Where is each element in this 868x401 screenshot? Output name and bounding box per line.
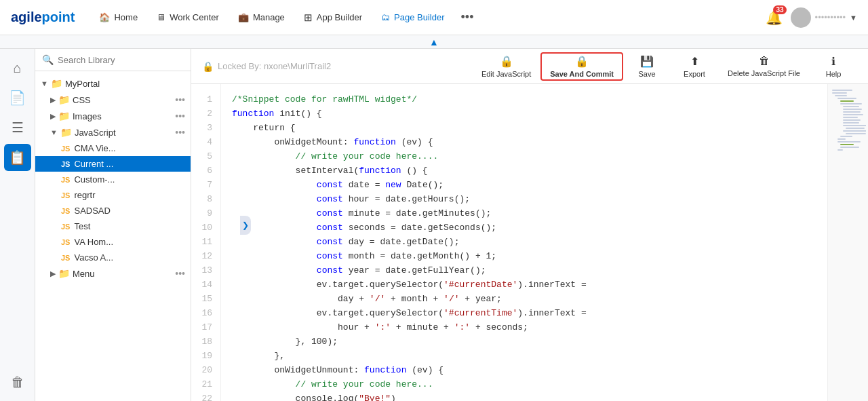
expand-images-icon: ▶ — [50, 112, 56, 121]
save-button[interactable]: 💾 Save — [623, 52, 671, 81]
line-num-14: 14 — [201, 278, 212, 292]
delete-js-label: Delete JavaScript File — [728, 69, 800, 77]
nav-appbuilder[interactable]: ⊞ App Builder — [296, 7, 370, 28]
line-num-13: 13 — [201, 263, 212, 278]
folder-myportal-icon: 📁 — [51, 78, 62, 89]
minimap — [827, 84, 868, 401]
menu-more-icon[interactable]: ••• — [175, 268, 185, 279]
javascript-more-icon[interactable]: ••• — [175, 127, 185, 138]
edit-js-icon: 🔒 — [500, 55, 513, 68]
line-num-5: 5 — [207, 149, 212, 164]
nav-workcenter[interactable]: 🖥 Work Center — [149, 8, 227, 26]
nav-items: 🏠 Home 🖥 Work Center 💼 Manage ⊞ App Buil… — [91, 6, 765, 28]
tree-item-regrtr[interactable]: JS regrtr — [35, 187, 191, 203]
svg-rect-17 — [846, 133, 866, 134]
line-num-18: 18 — [201, 335, 212, 349]
expand-javascript-icon: ▼ — [50, 128, 58, 136]
tree-item-vahom[interactable]: JS VA Hom... — [35, 234, 191, 250]
tree-item-current[interactable]: JS Current ... — [35, 156, 191, 172]
nav-home-label: Home — [114, 12, 138, 22]
save-commit-label: Save And Commit — [550, 70, 614, 78]
code-line-1: /*Snippet code for rawHTML widget*/ — [232, 92, 816, 107]
tree-item-vacsoa[interactable]: JS Vacso A... — [35, 250, 191, 265]
notification-badge: 33 — [773, 5, 786, 14]
notification-button[interactable]: 🔔 33 — [766, 9, 783, 26]
tree-item-sadsad[interactable]: JS SADSAD — [35, 203, 191, 218]
nav-manage-label: Manage — [253, 12, 285, 22]
save-and-commit-button[interactable]: 🔒 Save And Commit — [540, 52, 623, 81]
svg-rect-18 — [840, 136, 852, 137]
tree-item-css[interactable]: ▶ 📁 CSS ••• — [35, 92, 191, 108]
tree-item-custom[interactable]: JS Custom-... — [35, 172, 191, 187]
folder-images-icon: 📁 — [58, 111, 70, 121]
line-num-16: 16 — [201, 306, 212, 320]
svg-rect-23 — [837, 149, 843, 151]
tree-item-cma[interactable]: JS CMA Vie... — [35, 140, 191, 156]
file-tree-panel: 🔍 ▼ 📁 MyPortal ▶ 📁 CSS ••• — [35, 49, 191, 401]
tree-label-custom: Custom-... — [74, 174, 115, 185]
svg-rect-16 — [843, 130, 866, 132]
search-input[interactable] — [58, 55, 184, 65]
svg-rect-8 — [843, 109, 862, 110]
tree-item-test[interactable]: JS Test — [35, 218, 191, 234]
tree-item-images[interactable]: ▶ 📁 Images ••• — [35, 108, 191, 124]
tree-label-javascript: JavaScript — [75, 128, 116, 138]
sidebar-doc-icon[interactable]: 📄 — [4, 84, 31, 111]
line-num-19: 19 — [201, 349, 212, 363]
svg-rect-10 — [843, 114, 863, 115]
delete-js-icon: 🗑 — [759, 55, 770, 67]
help-button[interactable]: ℹ Help — [810, 52, 857, 81]
line-num-22: 22 — [201, 392, 212, 401]
main-layout: ⌂ 📄 ☰ 📋 🗑 ❯ 🔍 ▼ 📁 MyPortal — [0, 49, 868, 401]
code-line-12: const month = date.getMonth() + 1; — [232, 249, 816, 263]
sidebar-trash-icon[interactable]: 🗑 — [4, 368, 31, 396]
nav-more-button[interactable]: ••• — [456, 6, 479, 28]
sidebar-home-icon[interactable]: ⌂ — [4, 54, 31, 81]
folder-menu-icon: 📁 — [58, 268, 70, 279]
sidebar-list-icon[interactable]: ☰ — [4, 114, 31, 141]
code-content[interactable]: /*Snippet code for rawHTML widget*/funct… — [221, 84, 827, 401]
nav-pagebuilder-label: Page Builder — [394, 12, 444, 22]
manage-nav-icon: 💼 — [238, 12, 249, 22]
delete-js-button[interactable]: 🗑 Delete JavaScript File — [718, 52, 810, 80]
nav-home[interactable]: 🏠 Home — [91, 8, 146, 26]
svg-rect-12 — [843, 119, 861, 121]
js-sadsad-icon: JS — [61, 207, 70, 215]
tree-label-regrtr: regrtr — [74, 190, 95, 200]
edit-javascript-button[interactable]: 🔒 Edit JavaScript — [472, 52, 540, 81]
expand-handle[interactable]: ❯ — [240, 216, 251, 235]
tree-root-myportal[interactable]: ▼ 📁 MyPortal — [35, 75, 191, 92]
user-menu[interactable]: •••••••••• ▼ — [791, 7, 857, 28]
code-editor[interactable]: 1234567891011121314151617181920212223 /*… — [191, 84, 868, 401]
code-line-17: hour + ':' + minute + ':' + seconds; — [232, 320, 816, 335]
images-more-icon[interactable]: ••• — [175, 111, 185, 121]
svg-rect-20 — [837, 141, 861, 142]
expand-myportal-icon: ▼ — [41, 79, 48, 88]
locked-info: 🔒 Locked By: nxone\MurliTrail2 — [202, 61, 331, 72]
js-vahom-icon: JS — [61, 238, 70, 246]
export-label: Export — [684, 70, 705, 78]
tree-label-vahom: VA Hom... — [74, 237, 113, 247]
tree-item-menu[interactable]: ▶ 📁 Menu ••• — [35, 265, 191, 282]
nav-manage[interactable]: 💼 Manage — [230, 8, 293, 26]
collapse-bar[interactable]: ▲ — [0, 35, 868, 49]
logo-text: agilepoint — [11, 9, 75, 25]
css-more-icon[interactable]: ••• — [175, 94, 185, 105]
code-line-20: onWidgetUnmount: function (ev) { — [232, 363, 816, 377]
js-vacsoa-icon: JS — [61, 254, 70, 262]
sidebar-code-icon[interactable]: 📋 — [4, 144, 31, 171]
locked-by-text: Locked By: nxone\MurliTrail2 — [218, 61, 331, 71]
code-line-18: }, 100); — [232, 335, 816, 349]
export-button[interactable]: ⬆ Export — [671, 52, 718, 81]
minimap-svg — [831, 87, 866, 358]
chevron-down-icon: ▼ — [850, 14, 857, 22]
svg-rect-9 — [843, 111, 861, 113]
save-icon: 💾 — [640, 55, 654, 68]
tree-item-javascript[interactable]: ▼ 📁 JavaScript ••• — [35, 124, 191, 140]
line-num-12: 12 — [201, 249, 212, 263]
code-line-13: const year = date.getFullYear(); — [232, 263, 816, 278]
help-icon: ℹ — [831, 55, 835, 68]
tree-content: ▼ 📁 MyPortal ▶ 📁 CSS ••• ▶ 📁 Images ••• — [35, 71, 191, 401]
tree-label-cma: CMA Vie... — [74, 143, 115, 153]
nav-pagebuilder[interactable]: 🗂 Page Builder — [373, 8, 452, 26]
